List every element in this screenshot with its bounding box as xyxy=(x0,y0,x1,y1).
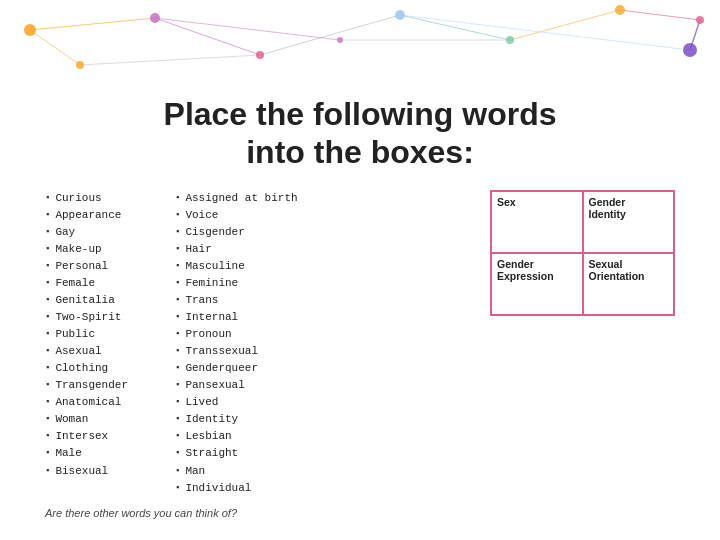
grid-table: Sex GenderIdentity GenderExpression Sexu… xyxy=(490,190,675,316)
list-item: ▪Masculine xyxy=(175,258,298,275)
list-item: ▪Transgender xyxy=(45,377,145,394)
word-label: Transgender xyxy=(55,377,128,394)
list-item: ▪Assigned at birth xyxy=(175,190,298,207)
title-line2: into the boxes: xyxy=(246,134,474,170)
list-item: ▪Clothing xyxy=(45,360,145,377)
grid-cell-sex: Sex xyxy=(491,191,583,253)
word-label: Individual xyxy=(185,480,251,497)
list-item: ▪Asexual xyxy=(45,343,145,360)
bullet-icon: ▪ xyxy=(45,345,50,359)
word-label: Pansexual xyxy=(185,377,244,394)
word-label: Voice xyxy=(185,207,218,224)
list-item: ▪Make-up xyxy=(45,241,145,258)
word-label: Female xyxy=(55,275,95,292)
bullet-icon: ▪ xyxy=(175,379,180,393)
bullet-icon: ▪ xyxy=(45,294,50,308)
bullet-icon: ▪ xyxy=(45,243,50,257)
word-label: Curious xyxy=(55,190,101,207)
word-label: Pronoun xyxy=(185,326,231,343)
bullet-icon: ▪ xyxy=(45,311,50,325)
word-label: Intersex xyxy=(55,428,108,445)
word-label: Identity xyxy=(185,411,238,428)
bullet-icon: ▪ xyxy=(175,260,180,274)
bullet-icon: ▪ xyxy=(175,243,180,257)
word-lists: ▪Curious▪Appearance▪Gay▪Make-up▪Personal… xyxy=(45,190,472,497)
list-item: ▪Hair xyxy=(175,241,298,258)
list-item: ▪Pansexual xyxy=(175,377,298,394)
footer-text: Are there other words you can think of? xyxy=(45,507,675,519)
list-item: ▪Transsexual xyxy=(175,343,298,360)
list-item: ▪Male xyxy=(45,445,145,462)
word-label: Genderqueer xyxy=(185,360,258,377)
bullet-icon: ▪ xyxy=(175,294,180,308)
word-label: Two-Spirit xyxy=(55,309,121,326)
word-label: Woman xyxy=(55,411,88,428)
bullet-icon: ▪ xyxy=(175,328,180,342)
bullet-icon: ▪ xyxy=(45,362,50,376)
bullet-icon: ▪ xyxy=(45,277,50,291)
word-label: Assigned at birth xyxy=(185,190,297,207)
word-label: Gay xyxy=(55,224,75,241)
list-item: ▪Woman xyxy=(45,411,145,428)
word-label: Internal xyxy=(185,309,238,326)
list-item: ▪Appearance xyxy=(45,207,145,224)
word-label: Male xyxy=(55,445,81,462)
word-label: Personal xyxy=(55,258,108,275)
list-item: ▪Internal xyxy=(175,309,298,326)
bullet-icon: ▪ xyxy=(45,226,50,240)
word-label: Lived xyxy=(185,394,218,411)
bullet-icon: ▪ xyxy=(175,362,180,376)
list-item: ▪Genitalia xyxy=(45,292,145,309)
bullet-icon: ▪ xyxy=(45,192,50,206)
list-item: ▪Curious xyxy=(45,190,145,207)
bullet-icon: ▪ xyxy=(175,192,180,206)
list-item: ▪Voice xyxy=(175,207,298,224)
title-line1: Place the following words xyxy=(164,96,557,132)
list-item: ▪Personal xyxy=(45,258,145,275)
bullet-icon: ▪ xyxy=(175,447,180,461)
grid-cell-gender-identity: GenderIdentity xyxy=(583,191,675,253)
list-item: ▪Bisexual xyxy=(45,463,145,480)
word-label: Anatomical xyxy=(55,394,121,411)
list-item: ▪Identity xyxy=(175,411,298,428)
bullet-icon: ▪ xyxy=(175,430,180,444)
bullet-icon: ▪ xyxy=(175,413,180,427)
list-item: ▪Cisgender xyxy=(175,224,298,241)
list-item: ▪Female xyxy=(45,275,145,292)
word-label: Public xyxy=(55,326,95,343)
list-item: ▪Intersex xyxy=(45,428,145,445)
word-label: Cisgender xyxy=(185,224,244,241)
list-item: ▪Straight xyxy=(175,445,298,462)
bullet-icon: ▪ xyxy=(175,345,180,359)
bullet-icon: ▪ xyxy=(45,379,50,393)
list-item: ▪Trans xyxy=(175,292,298,309)
bullet-icon: ▪ xyxy=(45,465,50,479)
bullet-icon: ▪ xyxy=(175,226,180,240)
word-label: Hair xyxy=(185,241,211,258)
word-label: Bisexual xyxy=(55,463,108,480)
word-label: Masculine xyxy=(185,258,244,275)
list-item: ▪Gay xyxy=(45,224,145,241)
bullet-icon: ▪ xyxy=(175,465,180,479)
bullet-icon: ▪ xyxy=(175,277,180,291)
list-item: ▪Genderqueer xyxy=(175,360,298,377)
list-item: ▪Man xyxy=(175,463,298,480)
list-item: ▪Individual xyxy=(175,480,298,497)
bullet-icon: ▪ xyxy=(175,311,180,325)
grid-cell-sexual-orientation: SexualOrientation xyxy=(583,253,675,315)
word-label: Transsexual xyxy=(185,343,258,360)
grid-cell-gender-expression: GenderExpression xyxy=(491,253,583,315)
word-column-1: ▪Curious▪Appearance▪Gay▪Make-up▪Personal… xyxy=(45,190,145,497)
word-label: Clothing xyxy=(55,360,108,377)
main-area: ▪Curious▪Appearance▪Gay▪Make-up▪Personal… xyxy=(45,190,675,497)
word-label: Genitalia xyxy=(55,292,114,309)
word-label: Appearance xyxy=(55,207,121,224)
list-item: ▪Pronoun xyxy=(175,326,298,343)
word-label: Lesbian xyxy=(185,428,231,445)
word-label: Feminine xyxy=(185,275,238,292)
word-column-2: ▪Assigned at birth▪Voice▪Cisgender▪Hair▪… xyxy=(175,190,298,497)
bullet-icon: ▪ xyxy=(175,209,180,223)
grid-diagram: Sex GenderIdentity GenderExpression Sexu… xyxy=(490,190,675,316)
page-title: Place the following words into the boxes… xyxy=(45,95,675,172)
list-item: ▪Anatomical xyxy=(45,394,145,411)
